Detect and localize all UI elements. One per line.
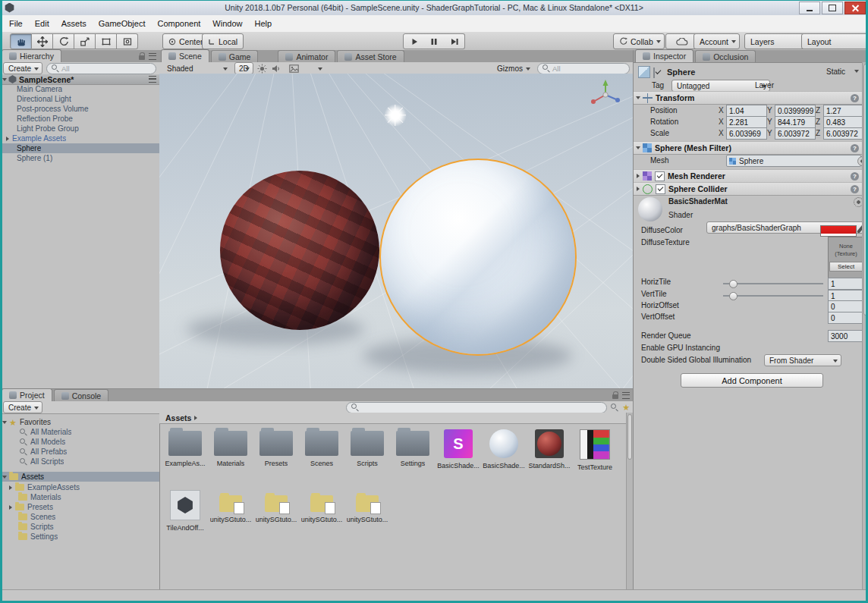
foldout-open-icon[interactable] xyxy=(636,96,640,99)
inspector-scrollbar[interactable] xyxy=(862,62,868,589)
collab-dropdown[interactable]: Collab xyxy=(613,33,665,49)
help-icon[interactable] xyxy=(851,185,859,193)
scene-search-input[interactable]: All xyxy=(537,63,630,74)
asset-presets-folder[interactable]: Presets xyxy=(253,428,299,471)
tab-asset-store[interactable]: Asset Store xyxy=(337,50,404,62)
rotation-x-field[interactable]: 2.281 xyxy=(726,116,767,128)
hierarchy-item-main-camera[interactable]: Main Camera xyxy=(0,84,159,94)
asset-materials-folder[interactable]: Materials xyxy=(208,428,253,471)
mesh-filter-header[interactable]: Sphere (Mesh Filter) xyxy=(634,141,868,155)
hierarchy-search-input[interactable]: All xyxy=(46,63,156,74)
tab-scene[interactable]: Scene xyxy=(161,49,209,62)
hierarchy-scene-row[interactable]: SampleScene* xyxy=(0,74,159,85)
add-component-button[interactable]: Add Component xyxy=(681,373,823,388)
hierarchy-item-reflection-probe[interactable]: Reflection Probe xyxy=(0,114,159,124)
hierarchy-item-sphere-1[interactable]: Sphere (1) xyxy=(0,153,159,163)
foldout-open-icon[interactable] xyxy=(2,78,7,81)
maximize-button[interactable] xyxy=(822,2,843,14)
tree-settings[interactable]: Settings xyxy=(0,532,159,542)
favorite-all-models[interactable]: All Models xyxy=(0,437,159,447)
asset-unitysgtutorial-3[interactable]: unitySGtuto... xyxy=(299,488,344,532)
hierarchy-item-sphere[interactable]: Sphere xyxy=(0,143,159,153)
layout-dropdown[interactable]: Layout xyxy=(801,33,868,49)
lock-icon[interactable] xyxy=(612,394,618,399)
asset-testtexture[interactable]: TestTexture xyxy=(572,428,618,471)
rotation-y-field[interactable]: 844.179 xyxy=(775,116,816,128)
mesh-object-field[interactable]: Sphere xyxy=(726,155,861,167)
tab-console[interactable]: Console xyxy=(54,389,109,401)
foldout-closed-icon[interactable] xyxy=(9,485,12,490)
hierarchy-item-postprocess-volume[interactable]: Post-process Volume xyxy=(0,104,159,114)
directional-light-gizmo[interactable] xyxy=(384,104,407,127)
project-create-dropdown[interactable]: Create xyxy=(3,401,42,413)
mesh-renderer-enabled-checkbox[interactable] xyxy=(655,171,665,181)
rotate-tool-button[interactable] xyxy=(53,33,74,49)
favorite-all-scripts[interactable]: All Scripts xyxy=(0,457,159,466)
mesh-renderer-header[interactable]: Mesh Renderer xyxy=(634,169,868,183)
sphere-collider-header[interactable]: Sphere Collider xyxy=(634,182,868,196)
play-button[interactable] xyxy=(403,33,425,49)
asset-scripts-folder[interactable]: Scripts xyxy=(344,428,390,471)
scale-tool-button[interactable] xyxy=(74,33,96,49)
textured-sphere-object[interactable] xyxy=(220,171,379,330)
tree-scripts[interactable]: Scripts xyxy=(0,522,159,532)
tab-occlusion[interactable]: Occlusion xyxy=(695,50,756,62)
menu-gameobject[interactable]: GameObject xyxy=(93,19,152,28)
foldout-closed-icon[interactable] xyxy=(637,174,640,178)
scene-menu-icon[interactable] xyxy=(149,76,156,83)
breadcrumb-label[interactable]: Assets xyxy=(165,413,191,422)
draw-mode-dropdown[interactable]: Shaded xyxy=(162,63,231,74)
help-icon[interactable] xyxy=(851,172,859,181)
foldout-open-icon[interactable] xyxy=(2,476,7,479)
tab-hierarchy[interactable]: Hierarchy xyxy=(2,49,61,62)
project-scrollbar[interactable] xyxy=(626,413,633,590)
vert-tile-slider[interactable] xyxy=(723,295,823,297)
slider-thumb[interactable] xyxy=(729,292,737,300)
tree-scenes[interactable]: Scenes xyxy=(0,512,159,522)
asset-unitysgtutorial-2[interactable]: unitySGtuto... xyxy=(253,488,299,532)
project-search-input[interactable] xyxy=(346,402,607,413)
panel-menu-icon[interactable] xyxy=(622,392,630,399)
tab-game[interactable]: Game xyxy=(211,50,259,62)
scale-y-field[interactable]: 6.003972 xyxy=(775,127,816,140)
hierarchy-create-dropdown[interactable]: Create xyxy=(3,62,42,74)
favorite-all-prefabs[interactable]: All Prefabs xyxy=(0,447,159,457)
transform-tool-button[interactable] xyxy=(117,33,138,49)
asset-unitysgtutorial-1[interactable]: unitySGtuto... xyxy=(208,488,253,532)
assets-root[interactable]: Assets xyxy=(0,472,159,482)
foldout-closed-icon[interactable] xyxy=(637,187,640,191)
asset-standard-material[interactable]: StandardSh... xyxy=(527,428,572,471)
scene-audio-toggle[interactable] xyxy=(271,64,281,74)
tab-animator[interactable]: Animator xyxy=(278,50,335,62)
pivot-local-button[interactable]: Local xyxy=(202,33,244,49)
foldout-closed-icon[interactable] xyxy=(9,505,12,510)
foldout-open-icon[interactable] xyxy=(2,421,7,424)
scale-x-field[interactable]: 6.003969 xyxy=(726,127,767,140)
foldout-open-icon[interactable] xyxy=(636,146,640,149)
2d-toggle-button[interactable]: 2D xyxy=(234,62,253,74)
menu-file[interactable]: File xyxy=(3,19,29,28)
move-tool-button[interactable] xyxy=(32,33,53,49)
foldout-closed-icon[interactable] xyxy=(6,137,9,141)
position-x-field[interactable]: 1.04 xyxy=(726,105,767,117)
lock-icon[interactable] xyxy=(139,55,145,60)
menu-component[interactable]: Component xyxy=(151,19,206,28)
scene-effects-dropdown[interactable] xyxy=(285,63,326,74)
pause-button[interactable] xyxy=(423,33,445,49)
active-checkbox[interactable] xyxy=(653,68,655,78)
minimize-button[interactable] xyxy=(799,2,820,14)
account-dropdown[interactable]: Account xyxy=(693,33,740,49)
scene-viewport[interactable] xyxy=(159,74,633,388)
menu-assets[interactable]: Assets xyxy=(55,19,93,28)
asset-tileandoffset[interactable]: TileAndOff... xyxy=(162,488,208,532)
menu-window[interactable]: Window xyxy=(206,19,248,28)
asset-basicshader-graph[interactable]: BasicShade... xyxy=(436,428,481,471)
diffuse-texture-thumbnail[interactable]: None (Texture) xyxy=(828,237,864,278)
help-icon[interactable] xyxy=(851,94,859,102)
texture-select-button[interactable]: Select xyxy=(829,262,863,272)
rect-tool-button[interactable] xyxy=(96,33,117,49)
material-preview-sphere[interactable] xyxy=(638,197,662,221)
favorite-all-materials[interactable]: All Materials xyxy=(0,427,159,437)
render-queue-dropdown[interactable]: From Shader xyxy=(764,354,841,366)
transform-header[interactable]: Transform xyxy=(634,91,868,105)
